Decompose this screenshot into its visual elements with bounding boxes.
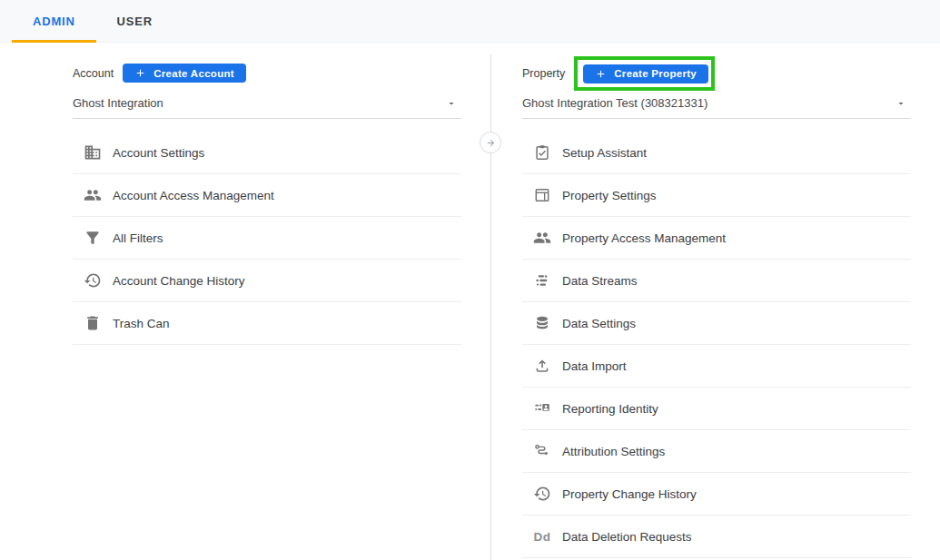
menu-item[interactable]: Data Streams: [522, 260, 911, 302]
people-group-icon: [84, 186, 102, 204]
menu-item-label: Account Change History: [113, 274, 245, 288]
upload-icon: [533, 357, 551, 375]
account-label: Account: [73, 67, 114, 80]
property-selector[interactable]: Ghost Integration Test (308321331): [522, 96, 911, 119]
create-property-label: Create Property: [614, 68, 697, 79]
menu-item-label: Data Import: [562, 359, 627, 373]
menu-item[interactable]: Attribution Settings: [522, 430, 911, 473]
history-icon: [533, 485, 551, 503]
account-menu: Account Settings Account Access Manageme…: [73, 132, 461, 345]
tab-bar: ADMIN USER: [0, 0, 940, 43]
highlight-annotation: Create Property: [574, 56, 715, 91]
menu-item-label: Property Settings: [562, 189, 657, 202]
tab-user[interactable]: USER: [96, 0, 173, 42]
menu-item[interactable]: All Filters: [73, 217, 461, 260]
panel-divider: [490, 54, 491, 560]
menu-item-label: Data Streams: [562, 274, 638, 288]
menu-item-label: Data Deletion Requests: [562, 530, 692, 544]
menu-item-label: Account Settings: [113, 146, 204, 160]
account-panel-header: Account Create Account: [73, 64, 461, 83]
menu-item-label: Reporting Identity: [562, 402, 658, 416]
menu-item[interactable]: Property Access Management: [522, 217, 911, 260]
plus-icon: [134, 67, 146, 79]
create-account-button[interactable]: Create Account: [123, 64, 246, 83]
dropdown-arrow-icon: [895, 98, 906, 109]
setup-assistant-icon: [533, 143, 551, 162]
menu-item-label: Data Settings: [562, 317, 636, 330]
tab-admin[interactable]: ADMIN: [12, 0, 96, 42]
create-account-label: Create Account: [153, 68, 234, 79]
plus-icon: [595, 68, 607, 80]
account-selector[interactable]: Ghost Integration: [73, 96, 461, 119]
building-icon: [84, 143, 102, 162]
menu-item[interactable]: Dd Data Deletion Requests: [522, 516, 911, 558]
menu-item[interactable]: Property Change History: [522, 473, 911, 516]
property-panel: Property Create Property Ghost Integrati…: [522, 43, 911, 558]
menu-item[interactable]: Setup Assistant: [522, 132, 911, 174]
menu-item[interactable]: Data Import: [522, 345, 911, 388]
data-streams-icon: [533, 271, 551, 290]
filter-icon: [84, 229, 102, 247]
collapse-panel-button[interactable]: [480, 132, 501, 153]
menu-item[interactable]: Property Settings: [522, 174, 911, 217]
people-group-icon: [533, 229, 551, 247]
arrow-right-icon: [486, 138, 496, 148]
id-card-icon: [533, 399, 551, 418]
menu-item[interactable]: Account Settings: [73, 132, 461, 174]
menu-item[interactable]: Reporting Identity: [522, 388, 911, 430]
menu-item-label: Property Access Management: [562, 231, 726, 245]
dd-letters-icon: Dd: [533, 527, 551, 545]
create-property-button[interactable]: Create Property: [583, 64, 708, 84]
menu-item-label: Attribution Settings: [562, 445, 665, 458]
property-selector-value: Ghost Integration Test (308321331): [522, 96, 707, 110]
property-menu: Setup Assistant Property Settings Proper…: [522, 132, 911, 558]
menu-item-label: Account Access Management: [113, 189, 274, 202]
menu-item[interactable]: Account Change History: [73, 260, 461, 302]
database-icon: [533, 314, 551, 332]
menu-item-label: All Filters: [113, 231, 163, 245]
account-selector-value: Ghost Integration: [73, 96, 163, 110]
menu-item[interactable]: Data Settings: [522, 302, 911, 345]
menu-item[interactable]: Account Access Management: [73, 174, 461, 217]
property-panel-header: Property Create Property: [522, 64, 911, 83]
trash-icon: [84, 314, 102, 332]
window-layout-icon: [533, 186, 551, 204]
property-label: Property: [522, 67, 565, 80]
account-panel: Account Create Account Ghost Integration…: [73, 43, 461, 345]
menu-item-label: Setup Assistant: [562, 146, 647, 160]
menu-item[interactable]: Trash Can: [73, 302, 461, 345]
history-icon: [84, 271, 102, 290]
menu-item-label: Trash Can: [113, 317, 170, 330]
route-icon: [533, 442, 551, 460]
menu-item-label: Property Change History: [562, 487, 697, 501]
dropdown-arrow-icon: [446, 98, 457, 109]
